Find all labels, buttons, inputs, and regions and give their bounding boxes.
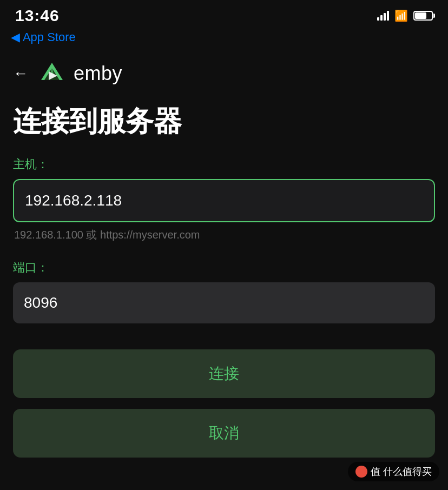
port-section: 端口： bbox=[13, 260, 435, 323]
watermark: 值 什么值得买 bbox=[348, 462, 439, 481]
emby-logo bbox=[39, 61, 65, 87]
main-content: ← emby 连接到服务器 主机： 192.168.1.100 或 https:… bbox=[0, 50, 448, 468]
status-icons: 📶 bbox=[377, 9, 433, 22]
host-input[interactable] bbox=[13, 179, 435, 222]
back-button[interactable]: ← bbox=[13, 65, 28, 82]
page-title: 连接到服务器 bbox=[13, 106, 435, 137]
watermark-icon bbox=[355, 466, 367, 478]
host-hint: 192.168.1.100 或 https://myserver.com bbox=[13, 228, 435, 242]
app-store-nav: ◀ App Store bbox=[0, 28, 448, 50]
watermark-text: 值 什么值得买 bbox=[371, 465, 432, 478]
signal-icon bbox=[377, 11, 389, 21]
connect-button[interactable]: 连接 bbox=[13, 349, 435, 398]
host-label: 主机： bbox=[13, 156, 435, 173]
port-label: 端口： bbox=[13, 260, 435, 276]
app-header: ← emby bbox=[13, 50, 435, 91]
port-input[interactable] bbox=[13, 282, 435, 323]
cancel-button[interactable]: 取消 bbox=[13, 409, 435, 458]
status-time: 13:46 bbox=[15, 6, 60, 25]
host-section: 主机： 192.168.1.100 或 https://myserver.com bbox=[13, 156, 435, 242]
battery-icon bbox=[413, 11, 433, 21]
wifi-icon: 📶 bbox=[394, 9, 408, 22]
app-name-label: emby bbox=[74, 62, 122, 85]
app-store-back-button[interactable]: ◀ App Store bbox=[11, 30, 76, 44]
status-bar: 13:46 📶 bbox=[0, 0, 448, 28]
